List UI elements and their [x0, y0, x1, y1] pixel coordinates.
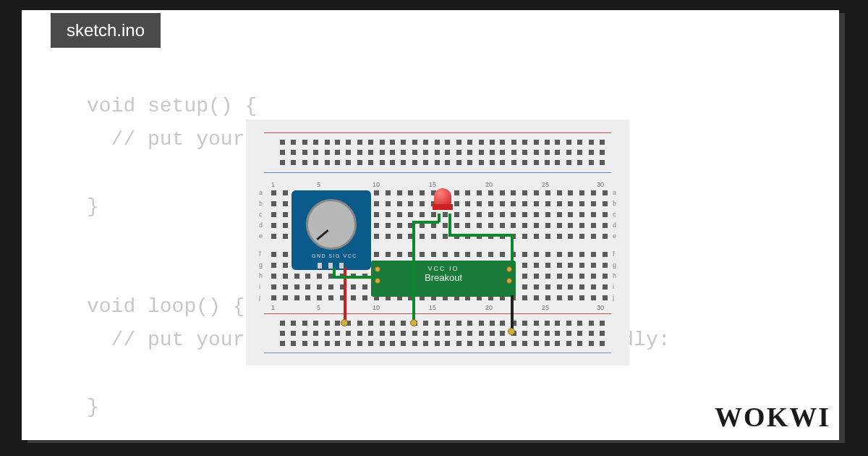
breakout-pin: [506, 266, 512, 272]
rail-dots: [271, 160, 608, 166]
row-labels-right-bot: f g h i j: [613, 249, 616, 303]
power-rail-top-pos: [264, 132, 611, 133]
pot-pin-labels: GND SIG VCC: [312, 253, 357, 258]
power-rail-top-neg: [264, 172, 611, 173]
led-dome: [434, 188, 451, 206]
wokwi-logo: WOKWI: [715, 401, 830, 433]
breakout-pin: [375, 266, 380, 272]
rail-dots: [271, 321, 608, 326]
rail-dots: [271, 140, 608, 145]
rail-dots: [271, 331, 608, 337]
breakout-label-small: VCC IO: [371, 265, 516, 272]
row-labels-left-bot: f g h i j: [259, 249, 263, 303]
led-body: [433, 204, 453, 210]
rail-dots: [271, 150, 608, 156]
knob-indicator: [316, 229, 328, 240]
wire-joint: [341, 319, 348, 326]
wire-green[interactable]: [448, 234, 514, 237]
breakout-pin: [375, 278, 380, 284]
breakout-board[interactable]: VCC IO Breakout: [371, 261, 516, 297]
wire-green[interactable]: [448, 214, 451, 235]
rail-dots: [271, 341, 608, 347]
wire-joint: [410, 319, 417, 326]
row-labels-left-top: a b c d e: [259, 187, 263, 242]
breakout-pin: [506, 278, 512, 284]
wire-joint: [508, 328, 515, 335]
wire-green[interactable]: [412, 221, 439, 224]
wire-black[interactable]: [511, 295, 514, 332]
wire-green[interactable]: [511, 234, 514, 264]
power-rail-bot-pos: [264, 313, 611, 314]
row-labels-right-top: a b c d e: [613, 187, 616, 242]
file-tab[interactable]: sketch.ino: [51, 13, 161, 48]
wire-green[interactable]: [333, 276, 375, 279]
wire-green[interactable]: [438, 214, 441, 222]
wire-green[interactable]: [412, 221, 415, 322]
potentiometer-knob[interactable]: [306, 199, 357, 250]
breadboard[interactable]: 1 5 10 15 20 25 30 1 5 10 15 20 25 30 a …: [246, 119, 629, 366]
potentiometer[interactable]: GND SIG VCC: [292, 190, 371, 270]
power-rail-bot-neg: [264, 352, 611, 353]
pot-pins: [318, 263, 344, 269]
breakout-label-main: Breakout: [371, 272, 516, 283]
